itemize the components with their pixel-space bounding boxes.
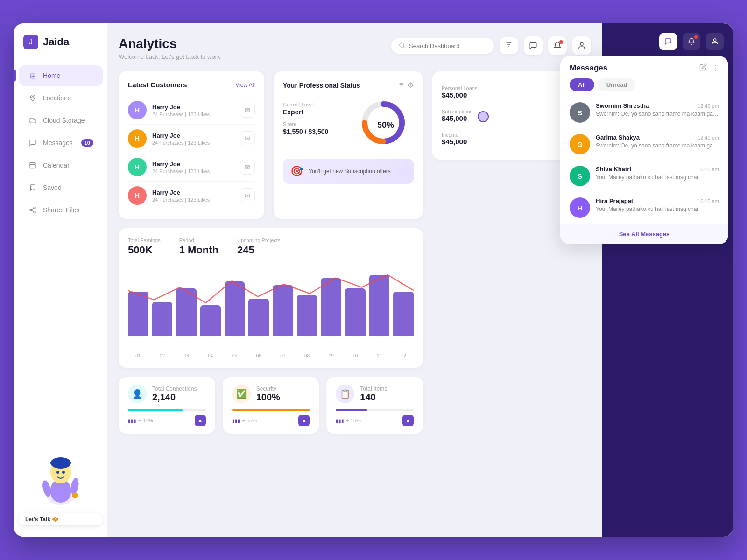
- stat-name: Security: [256, 385, 280, 392]
- lets-talk-badge[interactable]: Let's Talk 🧇: [19, 513, 103, 525]
- bars-icon: ▮▮▮: [336, 418, 344, 423]
- top-row: Latest Customers View All H Harry Joe 24…: [119, 71, 423, 219]
- progress-bar: [232, 409, 310, 411]
- mail-icon[interactable]: ✉: [240, 103, 255, 118]
- menu-lines-icon[interactable]: ≡: [399, 81, 403, 90]
- customer-sub: 24 Purchases | 123 Likes: [152, 168, 234, 174]
- user-panel-icon[interactable]: [706, 33, 724, 50]
- more-options-icon[interactable]: ⋮: [712, 63, 719, 73]
- tab-unread[interactable]: Unread: [598, 78, 636, 91]
- customer-avatar: H: [128, 158, 147, 176]
- view-all-link[interactable]: View All: [235, 82, 255, 88]
- messages-icon-btn[interactable]: [524, 36, 543, 55]
- sidebar-item-shared-files[interactable]: Shared Files: [19, 200, 103, 220]
- customer-item: H Harry Joe 24 Purchases | 123 Likes ✉: [128, 182, 255, 210]
- level-info: Current Level Expert Spent $1,550 / $3,5…: [283, 97, 353, 135]
- finance-value: $45,000: [442, 91, 477, 99]
- chart-bar: [176, 288, 197, 336]
- sidebar-item-saved[interactable]: Saved: [19, 177, 103, 198]
- customer-avatar: H: [128, 101, 147, 119]
- chart-label: 04: [200, 353, 221, 358]
- sidebar-locations-label: Locations: [43, 94, 71, 102]
- page-header: Analytics Welcome back, Let's get back t…: [119, 36, 591, 60]
- chart-area: [128, 266, 414, 350]
- right-top-icons: [612, 33, 724, 50]
- sidebar-calendar-label: Calendar: [43, 161, 70, 169]
- sidebar-item-home[interactable]: ⊞ Home: [19, 65, 103, 86]
- customer-info: Harry Joe 24 Purchases | 123 Likes: [152, 132, 234, 146]
- stat-value: 2,140: [152, 392, 197, 403]
- sidebar-item-locations[interactable]: Locations: [19, 88, 103, 108]
- msg-content: Hira Prajapati 10:15 am You: Mailey path…: [596, 197, 719, 218]
- total-earnings-stat: Total Earnings 500K: [128, 238, 161, 256]
- stats-row: Total Earnings 500K Period 1 Month Upcom…: [128, 238, 414, 256]
- sidebar-item-messages[interactable]: Messages 10: [19, 133, 103, 153]
- sidebar-cloud-label: Cloud Storage: [43, 117, 85, 124]
- settings-icon[interactable]: ⚙: [407, 81, 414, 90]
- donut-percent: 50%: [377, 120, 394, 130]
- character-illustration: [30, 435, 91, 510]
- mail-icon[interactable]: ✉: [240, 188, 255, 203]
- chart-label: 06: [248, 353, 269, 358]
- messages-list: S Swornim Shrestha 12:49 pm Swornim: Oe,…: [560, 97, 728, 224]
- message-item[interactable]: H Hira Prajapati 10:15 am You: Mailey pa…: [560, 192, 728, 224]
- see-all-messages-button[interactable]: See All Messages: [560, 224, 728, 244]
- search-bar[interactable]: [391, 38, 494, 54]
- compose-icon[interactable]: [699, 63, 707, 73]
- notification-panel-icon[interactable]: [683, 33, 700, 50]
- messages-badge: 10: [81, 139, 93, 147]
- customer-avatar: H: [128, 186, 147, 205]
- stat-value: 140: [360, 392, 387, 403]
- messages-panel-icon[interactable]: [659, 33, 677, 50]
- msg-time: 10:15 am: [698, 198, 719, 204]
- msg-avatar: H: [570, 197, 590, 218]
- message-item[interactable]: S Shiva Khatri 10:15 am You: Mailey path…: [560, 160, 728, 192]
- chart-labels: 010203040506070809101112: [128, 353, 414, 358]
- progress-bar: [336, 409, 414, 411]
- mail-icon[interactable]: ✉: [240, 131, 255, 146]
- prof-status-title: Your Professional Status: [283, 82, 360, 89]
- msg-content: Swornim Shrestha 12:49 pm Swornim: Oe, y…: [596, 102, 719, 123]
- sidebar-item-calendar[interactable]: Calendar: [19, 155, 103, 175]
- main-content: Analytics Welcome back, Let's get back t…: [107, 23, 602, 537]
- projects-value: 245: [237, 244, 280, 256]
- svg-point-18: [62, 471, 65, 474]
- total-earnings-value: 500K: [128, 244, 161, 256]
- chart-label: 02: [152, 353, 173, 358]
- msg-time: 12:49 pm: [698, 103, 719, 109]
- stat-name: Total Items: [360, 385, 387, 392]
- customer-item: H Harry Joe 24 Purchases | 123 Likes ✉: [128, 125, 255, 153]
- svg-point-7: [34, 211, 35, 213]
- user-icon-btn[interactable]: [572, 36, 591, 55]
- customers-title: Latest Customers: [128, 81, 187, 89]
- search-input[interactable]: [409, 42, 486, 49]
- popup-header-icons: ⋮: [699, 63, 719, 73]
- page-subtitle: Welcome back, Let's get back to work.: [119, 53, 222, 60]
- tab-all[interactable]: All: [570, 78, 594, 91]
- spent-label: Spent: [283, 121, 353, 127]
- mail-icon[interactable]: ✉: [240, 160, 255, 175]
- locations-icon: [28, 93, 37, 103]
- msg-avatar: S: [570, 166, 590, 186]
- customer-name: Harry Joe: [152, 161, 234, 168]
- chart-bar: [345, 288, 366, 336]
- filter-button[interactable]: [500, 37, 518, 54]
- chart-bar: [321, 278, 341, 336]
- stat-footer: ▮▮▮ + 55% ▲: [232, 415, 310, 426]
- home-icon: ⊞: [28, 71, 37, 80]
- msg-preview: You: Mailey pathako xu hail last msg cha…: [596, 206, 719, 212]
- message-item[interactable]: S Swornim Shrestha 12:49 pm Swornim: Oe,…: [560, 97, 728, 128]
- sidebar-item-cloud-storage[interactable]: Cloud Storage: [19, 110, 103, 131]
- customer-name: Harry Joe: [152, 132, 234, 139]
- customers-card-header: Latest Customers View All: [128, 81, 255, 89]
- finance-label: Personal Loans: [442, 85, 477, 91]
- stat-footer: ▮▮▮ + 15% ▲: [336, 415, 414, 426]
- chart-bar: [225, 281, 245, 336]
- notification-icon-btn[interactable]: [548, 36, 567, 55]
- msg-content: Garima Shakya 12:49 pm Swornim: Oe, yo s…: [596, 134, 719, 154]
- message-item[interactable]: G Garima Shakya 12:49 pm Swornim: Oe, yo…: [560, 128, 728, 160]
- customer-name: Harry Joe: [152, 104, 234, 111]
- svg-line-9: [32, 208, 34, 210]
- subscription-icon: 🎯: [290, 165, 303, 177]
- total-earnings-label: Total Earnings: [128, 238, 161, 243]
